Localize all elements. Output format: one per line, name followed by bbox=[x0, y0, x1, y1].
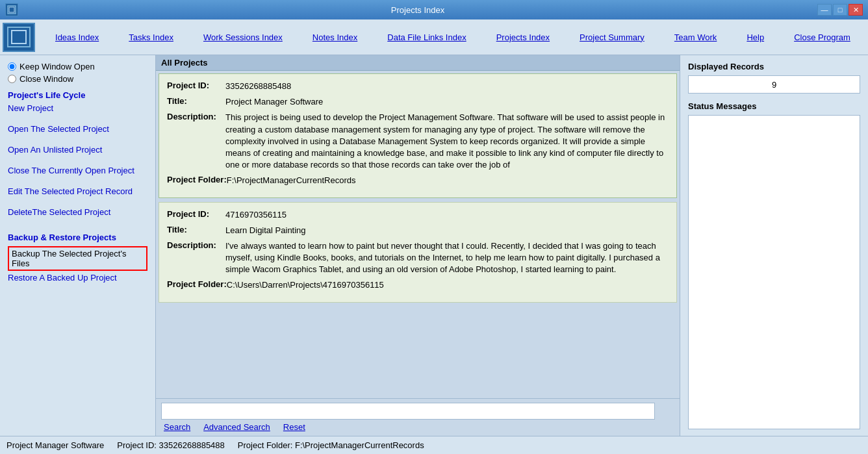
window-behavior-group: Keep Window Open Close Window bbox=[8, 62, 147, 84]
app-logo bbox=[3, 23, 35, 52]
app-icon bbox=[5, 3, 18, 16]
window-title: Projects Index bbox=[18, 5, 817, 15]
project-folder-label: Project Folder: bbox=[167, 175, 227, 184]
project-title-field: Title: Learn Digital Painting bbox=[167, 225, 669, 236]
menu-item-project-summary[interactable]: Project Summary bbox=[576, 30, 648, 45]
project-description-field: Description: This project is being used … bbox=[167, 112, 669, 171]
project-folder-field: Project Folder: C:\Users\Darren\Projects… bbox=[167, 279, 669, 291]
project-card[interactable]: Project ID: 4716970356115 Title: Learn D… bbox=[159, 202, 677, 303]
project-folder-field: Project Folder: F:\ProjectManagerCurrent… bbox=[167, 175, 669, 186]
status-messages-title: Status Messages bbox=[688, 101, 860, 111]
status-project-folder: Project Folder: F:\ProjectManagerCurrent… bbox=[238, 440, 424, 450]
keep-window-open-input[interactable] bbox=[8, 62, 16, 71]
project-description-field: Description: I've always wanted to learn… bbox=[167, 240, 669, 276]
project-title-label: Title: bbox=[167, 96, 225, 106]
sidebar-section-project's-life-cycle: Project's Life Cycle bbox=[8, 90, 147, 100]
project-description-value: This project is being used to develop th… bbox=[225, 112, 669, 171]
displayed-records-title: Displayed Records bbox=[688, 62, 860, 71]
menu-item-projects-index[interactable]: Projects Index bbox=[492, 30, 554, 45]
menu-item-help[interactable]: Help bbox=[743, 30, 768, 45]
project-description-label: Description: bbox=[167, 240, 225, 250]
menu-item-work-sessions-index[interactable]: Work Sessions Index bbox=[199, 30, 287, 45]
keep-window-open-label: Keep Window Open bbox=[19, 62, 95, 71]
search-links: SearchAdvanced SearchReset bbox=[161, 422, 674, 432]
sidebar-section-backup-&-restore-projects: Backup & Restore Projects bbox=[8, 233, 147, 242]
sidebar-link-edit-selected-project[interactable]: Edit The Selected Project Record bbox=[8, 186, 147, 197]
project-id-field: Project ID: 4716970356115 bbox=[167, 209, 669, 221]
close-window-label: Close Window bbox=[19, 74, 73, 84]
menu-item-notes-index[interactable]: Notes Index bbox=[309, 30, 361, 45]
project-id-field: Project ID: 33526268885488 bbox=[167, 81, 669, 92]
search-bar-area: SearchAdvanced SearchReset bbox=[156, 398, 680, 436]
keep-window-open-radio[interactable]: Keep Window Open bbox=[8, 62, 147, 71]
sidebar-link-restore-backed-up-project[interactable]: Restore A Backed Up Project bbox=[8, 272, 147, 283]
project-folder-value: F:\ProjectManagerCurrentRecords bbox=[227, 175, 669, 186]
window-controls: — □ ✕ bbox=[817, 4, 863, 16]
projects-list[interactable]: Project ID: 33526268885488 Title: Projec… bbox=[156, 71, 680, 398]
status-project-id: Project ID: 33526268885488 bbox=[117, 440, 225, 450]
sidebar-link-backup-selected-project[interactable]: Backup The Selected Project's Files bbox=[8, 246, 147, 271]
displayed-records-value: 9 bbox=[688, 75, 860, 94]
menu-item-team-work[interactable]: Team Work bbox=[670, 30, 721, 45]
status-messages-box bbox=[688, 115, 860, 429]
close-window-radio[interactable]: Close Window bbox=[8, 74, 147, 84]
project-title-label: Title: bbox=[167, 225, 225, 234]
project-title-value: Project Manager Software bbox=[225, 96, 669, 108]
status-bar: Project Manager Software Project ID: 335… bbox=[0, 436, 868, 454]
projects-area: All Projects Project ID: 33526268885488 … bbox=[156, 55, 680, 436]
search-input-container bbox=[161, 403, 655, 420]
sidebar: Keep Window Open Close Window Project's … bbox=[0, 55, 156, 436]
menu-item-tasks-index[interactable]: Tasks Index bbox=[125, 30, 177, 45]
sidebar-link-open-unlisted-project[interactable]: Open An Unlisted Project bbox=[8, 144, 147, 155]
close-window-input[interactable] bbox=[8, 75, 16, 83]
project-title-value: Learn Digital Painting bbox=[225, 225, 669, 236]
sidebar-link-open-selected-project[interactable]: Open The Selected Project bbox=[8, 123, 147, 134]
project-card[interactable]: Project ID: 33526268885488 Title: Projec… bbox=[159, 73, 677, 198]
logo-inner bbox=[7, 27, 31, 47]
close-button[interactable]: ✕ bbox=[849, 4, 863, 16]
project-id-value: 4716970356115 bbox=[225, 209, 669, 221]
search-input[interactable] bbox=[162, 403, 654, 419]
status-software-label: Project Manager Software bbox=[6, 440, 104, 450]
sidebar-sections: Project's Life CycleNew ProjectOpen The … bbox=[8, 90, 147, 293]
svg-rect-1 bbox=[9, 7, 14, 12]
project-id-label: Project ID: bbox=[167, 209, 225, 219]
title-bar: Projects Index — □ ✕ bbox=[0, 0, 868, 19]
project-folder-label: Project Folder: bbox=[167, 279, 227, 289]
maximize-button[interactable]: □ bbox=[833, 4, 847, 16]
sidebar-link-delete-selected-project[interactable]: DeleteThe Selected Project bbox=[8, 207, 147, 218]
menu-bar: Ideas IndexTasks IndexWork Sessions Inde… bbox=[0, 19, 868, 55]
project-folder-value: C:\Users\Darren\Projects\4716970356115 bbox=[227, 279, 669, 291]
main-content: Keep Window Open Close Window Project's … bbox=[0, 55, 868, 436]
sidebar-link-new-project[interactable]: New Project bbox=[8, 103, 147, 114]
project-description-label: Description: bbox=[167, 112, 225, 121]
menu-item-data-file-links-index[interactable]: Data File Links Index bbox=[383, 30, 470, 45]
project-id-label: Project ID: bbox=[167, 81, 225, 90]
right-panel: Displayed Records 9 Status Messages bbox=[680, 55, 868, 436]
project-description-value: I've always wanted to learn how to paint… bbox=[225, 240, 669, 276]
menu-items: Ideas IndexTasks IndexWork Sessions Inde… bbox=[40, 30, 865, 45]
project-id-value: 33526268885488 bbox=[225, 81, 669, 92]
search-link[interactable]: Search bbox=[164, 422, 190, 432]
menu-item-close-program[interactable]: Close Program bbox=[790, 30, 854, 45]
advanced-search-link[interactable]: Advanced Search bbox=[203, 422, 270, 432]
projects-header: All Projects bbox=[156, 55, 680, 71]
sidebar-link-close-current-project[interactable]: Close The Currently Open Project bbox=[8, 165, 147, 176]
reset-link[interactable]: Reset bbox=[283, 422, 305, 432]
project-title-field: Title: Project Manager Software bbox=[167, 96, 669, 108]
menu-item-ideas-index[interactable]: Ideas Index bbox=[51, 30, 103, 45]
minimize-button[interactable]: — bbox=[817, 4, 832, 16]
